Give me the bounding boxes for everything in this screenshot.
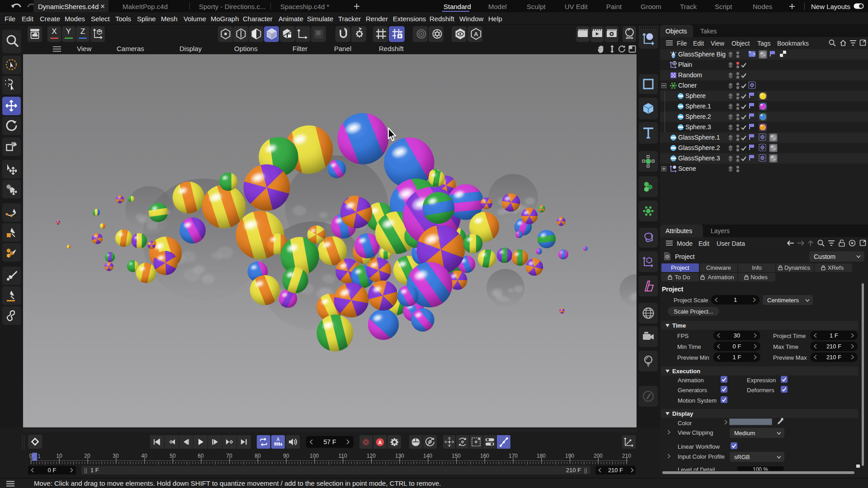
svg-text:A: A	[474, 31, 478, 38]
svg-text:A: A	[378, 440, 382, 445]
svg-text:A: A	[277, 437, 280, 442]
